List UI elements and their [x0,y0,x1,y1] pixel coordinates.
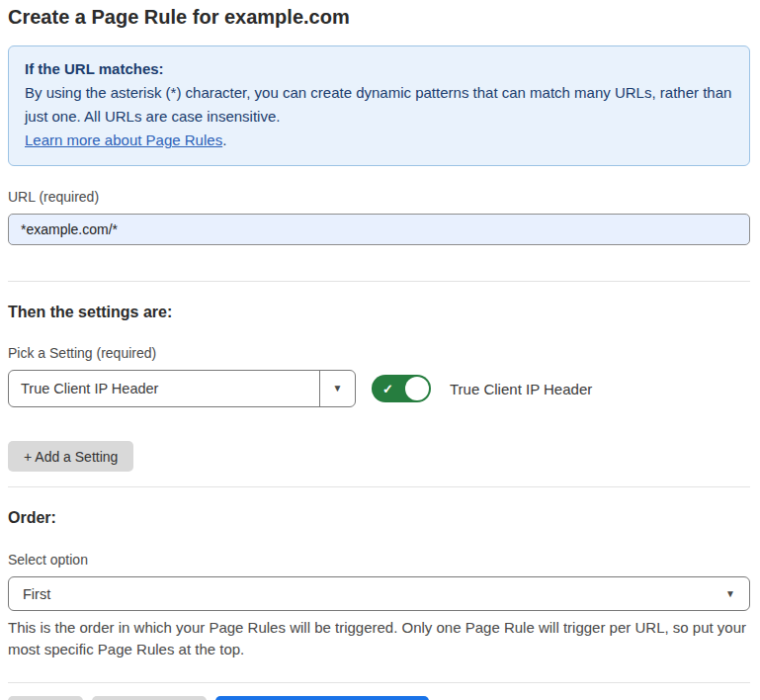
pick-setting-label: Pick a Setting (required) [8,345,750,361]
url-match-info-box: If the URL matches: By using the asteris… [8,45,750,166]
setting-toggle[interactable]: ✓ [372,375,431,402]
settings-section-heading: Then the settings are: [8,304,750,321]
info-box-heading: If the URL matches: [25,57,733,81]
url-input[interactable] [8,214,750,245]
save-and-deploy-button[interactable]: Save and Deploy Page Rule [215,696,429,700]
chevron-down-icon: ▼ [333,384,343,394]
info-box-body: By using the asterisk (*) character, you… [25,81,733,129]
setting-select-value: True Client IP Header [9,381,158,396]
footer-divider [8,682,750,683]
order-select-value: First [23,586,50,602]
save-as-draft-button[interactable]: Save as Draft [92,696,208,700]
link-period: . [222,131,226,148]
page-title: Create a Page Rule for example.com [8,6,750,29]
toggle-knob [405,377,429,400]
create-page-rule-form: Create a Page Rule for example.com If th… [0,0,760,700]
order-section-heading: Order: [8,509,750,527]
url-label: URL (required) [8,189,750,205]
toggle-label: True Client IP Header [450,381,592,397]
setting-select[interactable]: True Client IP Header ▼ [8,370,356,407]
order-help-text: This is the order in which your Page Rul… [8,617,750,660]
section-divider [8,281,750,282]
chevron-down-icon: ▼ [725,589,735,599]
setting-row: True Client IP Header ▼ ✓ True Client IP… [8,370,750,407]
learn-more-link[interactable]: Learn more about Page Rules [25,131,222,148]
setting-select-arrow-button[interactable]: ▼ [319,371,355,406]
footer-actions: Cancel Save as Draft Save and Deploy Pag… [8,696,750,700]
cancel-button[interactable]: Cancel [8,696,83,700]
order-select-label: Select option [8,552,750,568]
section-divider [8,486,750,487]
check-icon: ✓ [382,382,393,396]
add-setting-button[interactable]: + Add a Setting [8,441,133,472]
info-box-link-row: Learn more about Page Rules. [25,129,733,152]
order-select[interactable]: First ▼ [8,576,750,611]
